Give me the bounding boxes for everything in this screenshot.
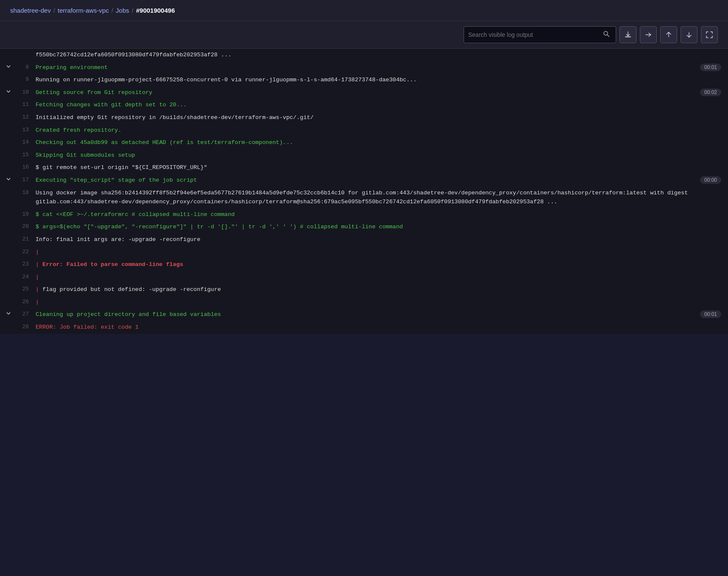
line-text: ERROR: Job failed: exit code 1 (36, 324, 139, 330)
scroll-top-icon (665, 31, 672, 39)
line-toggle (0, 247, 17, 249)
log-line: f550bc726742cd12efa6050f0913080df479fdab… (0, 49, 728, 61)
chevron-down-icon[interactable] (6, 89, 11, 94)
line-text: Initialized empty Git repository in /bui… (36, 114, 314, 121)
line-number: 26 (17, 297, 36, 307)
line-time (694, 188, 728, 188)
line-toggle (0, 125, 17, 127)
line-text: $ args=$(echo "["-upgrade", "-reconfigur… (36, 224, 403, 230)
line-number: 18 (17, 188, 36, 197)
line-content: $ args=$(echo "["-upgrade", "-reconfigur… (36, 222, 694, 233)
line-number: 20 (17, 222, 36, 231)
line-number: 17 (17, 175, 36, 185)
log-line: 17Executing "step_script" stage of the j… (0, 174, 728, 187)
line-time (694, 137, 728, 138)
line-number: 11 (17, 100, 36, 109)
log-line: 24| (0, 271, 728, 284)
line-number: 27 (17, 309, 36, 319)
line-toggle (0, 284, 17, 286)
line-toggle (0, 322, 17, 324)
log-line: 13Created fresh repository. (0, 124, 728, 137)
chevron-down-icon[interactable] (6, 177, 11, 182)
line-number: 10 (17, 87, 36, 97)
line-time (694, 272, 728, 273)
breadcrumb-sep2: / (111, 7, 113, 14)
line-time (694, 247, 728, 248)
line-time (694, 112, 728, 113)
scroll-top-button[interactable] (660, 26, 677, 43)
line-toggle (0, 75, 17, 76)
log-line: 22| (0, 246, 728, 259)
chevron-down-icon[interactable] (6, 311, 11, 316)
line-content: | (36, 297, 694, 308)
breadcrumb-sep3: / (132, 7, 133, 14)
line-text: Skipping Git submodules setup (36, 152, 135, 158)
log-line: 20$ args=$(echo "["-upgrade", "-reconfig… (0, 221, 728, 233)
breadcrumb-org[interactable]: shadetree-dev (10, 7, 51, 14)
line-toggle (0, 112, 17, 114)
line-content: Checking out 45a0db99 as detached HEAD (… (36, 137, 694, 148)
breadcrumb-section[interactable]: Jobs (116, 7, 129, 14)
line-toggle[interactable] (0, 309, 17, 316)
line-content: Skipping Git submodules setup (36, 150, 694, 161)
raw-log-button[interactable] (640, 26, 657, 43)
line-content: Initialized empty Git repository in /bui… (36, 112, 694, 123)
time-badge: 00:01 (700, 310, 721, 318)
breadcrumb-repo[interactable]: terraform-aws-vpc (58, 7, 109, 14)
line-toggle (0, 272, 17, 274)
line-time (694, 284, 728, 285)
line-content: | (36, 272, 694, 283)
line-time: 00:01 (694, 62, 728, 72)
line-toggle (0, 222, 17, 223)
time-badge: 00:00 (700, 176, 721, 184)
line-content: Cleaning up project directory and file b… (36, 309, 694, 320)
breadcrumb-sep1: / (53, 7, 55, 14)
line-content: Preparing environment (36, 62, 694, 73)
line-toggle[interactable] (0, 87, 17, 94)
svg-rect-2 (625, 36, 631, 37)
line-content: Getting source from Git repository (36, 87, 694, 98)
line-text: Preparing environment (36, 64, 108, 71)
search-icon (603, 30, 610, 37)
line-toggle (0, 50, 17, 51)
error-bar-indicator: | (36, 286, 39, 293)
line-number: 12 (17, 112, 36, 122)
search-input[interactable] (468, 31, 601, 38)
raw-icon (645, 31, 652, 39)
scroll-bottom-icon (685, 31, 693, 39)
line-toggle (0, 162, 17, 164)
line-toggle (0, 209, 17, 211)
scroll-bottom-button[interactable] (681, 26, 697, 43)
search-button[interactable] (601, 29, 611, 41)
line-text: Executing "step_script" stage of the job… (36, 177, 197, 183)
line-toggle[interactable] (0, 62, 17, 69)
line-toggle (0, 137, 17, 139)
svg-line-1 (607, 35, 609, 37)
search-wrapper (464, 26, 616, 43)
line-time: 00:01 (694, 309, 728, 319)
error-text: Error: Failed to parse command-line flag… (42, 261, 183, 268)
log-line: 18Using docker image sha256:b2414392ff8f… (0, 187, 728, 208)
line-toggle (0, 297, 17, 299)
chevron-down-icon[interactable] (6, 64, 11, 69)
line-number: 22 (17, 247, 36, 257)
line-number: 19 (17, 209, 36, 219)
line-toggle (0, 259, 17, 261)
line-toggle (0, 234, 17, 236)
line-content: |flag provided but not defined: -upgrade… (36, 284, 694, 295)
log-line: 12Initialized empty Git repository in /b… (0, 111, 728, 124)
line-text: f550bc726742cd12efa6050f0913080df479fdab… (36, 52, 231, 58)
line-number: 23 (17, 259, 36, 269)
line-toggle[interactable] (0, 175, 17, 182)
line-number: 28 (17, 322, 36, 332)
line-text: $ git remote set-url origin "${CI_REPOSI… (36, 164, 207, 171)
fullscreen-button[interactable] (701, 26, 718, 43)
line-content: f550bc726742cd12efa6050f0913080df479fdab… (36, 50, 694, 61)
line-content: Info: final init args are: -upgrade -rec… (36, 234, 694, 245)
line-time (694, 100, 728, 100)
line-number: 24 (17, 272, 36, 282)
log-line: 19$ cat <<EOF >~/.terraformrc # collapse… (0, 208, 728, 221)
line-time (694, 162, 728, 163)
toolbar (0, 21, 728, 49)
download-button[interactable] (620, 26, 636, 43)
